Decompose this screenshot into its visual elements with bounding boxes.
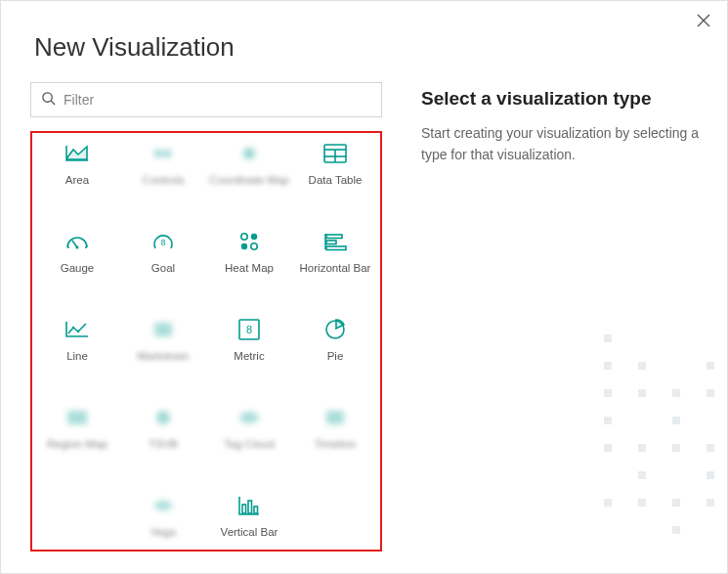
viz-tile-label: Heat Map — [225, 262, 274, 274]
svg-point-17 — [251, 243, 257, 249]
svg-rect-23 — [154, 323, 172, 336]
viz-tile-goal[interactable]: 8Goal — [120, 229, 206, 295]
pie-icon — [322, 317, 348, 342]
table-icon — [322, 141, 348, 166]
info-text: Start creating your visualization by sel… — [421, 123, 707, 165]
viz-tile-metric[interactable]: 8Metric — [206, 317, 292, 383]
viz-tile-label: Horizontal Bar — [300, 262, 371, 274]
modal-title: New Visualization — [1, 1, 727, 63]
controls-icon — [150, 141, 176, 166]
viz-tile-label: Region Map — [47, 438, 107, 450]
line-icon — [64, 317, 90, 342]
viz-tile-tsvb[interactable]: TSVB — [120, 405, 206, 471]
tsvb-icon — [150, 405, 176, 430]
viz-grid: AreaControlsCoordinate MapData TableGaug… — [34, 141, 378, 559]
filter-input[interactable] — [64, 92, 371, 108]
tagcloud-icon — [236, 405, 262, 430]
viz-tile-label: Area — [65, 174, 89, 186]
svg-point-22 — [77, 331, 80, 333]
svg-point-3 — [163, 150, 171, 157]
svg-point-16 — [241, 243, 247, 249]
viz-tile-label: Timelion — [314, 438, 356, 450]
svg-point-15 — [251, 234, 257, 240]
svg-point-2 — [154, 150, 162, 157]
svg-rect-33 — [248, 501, 252, 513]
viz-tile-area[interactable]: Area — [34, 141, 120, 207]
viz-tile-regionmap[interactable]: Region Map — [34, 405, 120, 471]
close-button[interactable] — [694, 11, 713, 30]
svg-point-21 — [72, 327, 75, 330]
viz-tile-label: Controls — [143, 174, 185, 186]
info-heading: Select a visualization type — [421, 88, 707, 110]
viz-tile-label: Data Table — [309, 174, 363, 186]
viz-tile-label: Metric — [234, 350, 264, 362]
viz-tile-line[interactable]: Line — [34, 317, 120, 383]
viz-tile-tagcloud[interactable]: Tag Cloud — [206, 405, 292, 471]
viz-tile-table[interactable]: Data Table — [292, 141, 378, 207]
svg-rect-18 — [326, 235, 342, 239]
hbar-icon — [322, 229, 348, 254]
gauge-icon — [64, 229, 90, 254]
viz-tile-label: Line — [66, 350, 88, 362]
viz-tile-vbar[interactable]: Vertical Bar — [206, 493, 292, 559]
svg-point-14 — [241, 234, 247, 240]
viz-tile-pie[interactable]: Pie — [292, 317, 378, 383]
viz-tile-label: Coordinate Map — [209, 174, 289, 186]
search-icon — [41, 91, 56, 110]
viz-tile-label: Tag Cloud — [224, 438, 275, 450]
goal-icon: 8 — [150, 229, 176, 254]
svg-rect-20 — [326, 246, 346, 250]
metric-icon: 8 — [236, 317, 262, 342]
svg-point-0 — [43, 92, 52, 101]
viz-tile-hbar[interactable]: Horizontal Bar — [292, 229, 378, 295]
svg-rect-32 — [242, 505, 246, 513]
viz-tile-timelion[interactable]: Timelion — [292, 405, 378, 471]
viz-tile-label: Markdown — [137, 350, 189, 362]
viz-tile-label: Goal — [151, 262, 175, 274]
markdown-icon — [150, 317, 176, 342]
svg-line-1 — [51, 101, 55, 105]
viz-tile-label: TSVB — [149, 438, 178, 450]
viz-tile-heatmap[interactable]: Heat Map — [206, 229, 292, 295]
viz-tile-coordmap[interactable]: Coordinate Map — [206, 141, 292, 207]
area-icon — [64, 141, 90, 166]
viz-tile-markdown[interactable]: Markdown — [120, 317, 206, 383]
viz-tile-label: Vertical Bar — [221, 526, 278, 538]
viz-tile-vega[interactable]: Vega — [120, 493, 206, 559]
new-visualization-modal: New Visualization AreaControlsCoordinate… — [0, 0, 728, 574]
svg-text:8: 8 — [246, 324, 252, 335]
vbar-icon — [236, 493, 262, 518]
coordmap-icon — [236, 141, 262, 166]
svg-point-29 — [239, 412, 259, 423]
svg-rect-19 — [326, 241, 336, 244]
filter-box[interactable] — [30, 82, 382, 117]
left-panel: AreaControlsCoordinate MapData TableGaug… — [30, 82, 382, 561]
svg-rect-30 — [326, 411, 344, 424]
svg-text:8: 8 — [160, 238, 165, 247]
svg-point-31 — [154, 501, 172, 510]
viz-tile-gauge[interactable]: Gauge — [34, 229, 120, 295]
svg-point-10 — [76, 246, 79, 249]
bg-dots — [604, 334, 721, 534]
viz-tile-controls[interactable]: Controls — [120, 141, 206, 207]
svg-point-4 — [243, 148, 255, 159]
heatmap-icon — [236, 229, 262, 254]
timelion-icon — [322, 405, 348, 430]
viz-tile-label: Pie — [327, 350, 344, 362]
svg-point-28 — [156, 411, 170, 424]
regionmap-icon — [64, 405, 90, 430]
viz-tile-label: Vega — [150, 526, 176, 538]
viz-tile-label: Gauge — [61, 262, 95, 274]
vega-icon — [150, 493, 176, 518]
svg-rect-27 — [67, 411, 87, 424]
viz-grid-highlight: AreaControlsCoordinate MapData TableGaug… — [30, 131, 382, 552]
svg-rect-34 — [254, 507, 258, 513]
